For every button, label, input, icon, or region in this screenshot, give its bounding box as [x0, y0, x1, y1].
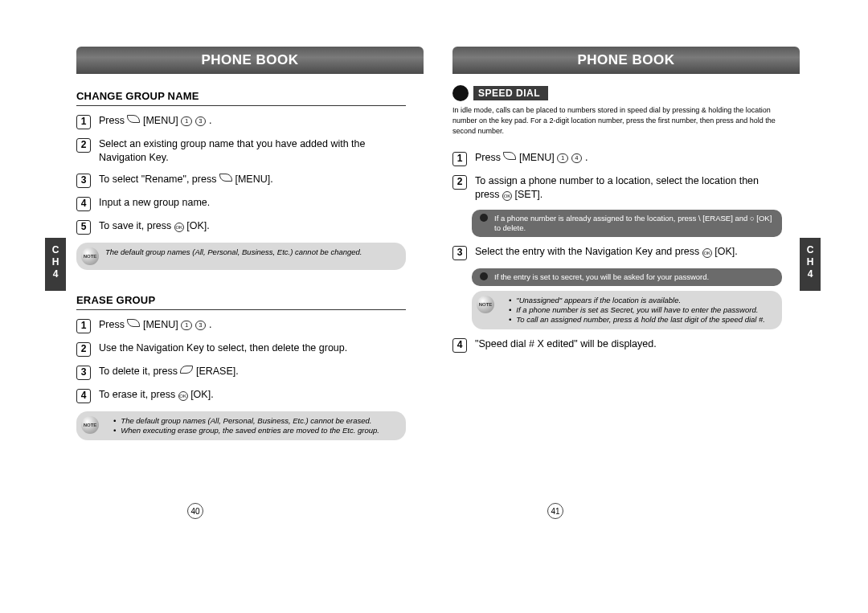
step-num: 2 [76, 138, 91, 153]
key-1-icon: 1 [557, 153, 568, 163]
t: [MENU] [143, 115, 181, 126]
sd-step-1: 1 Press [MENU] 1 4 . [452, 151, 782, 166]
note-text: "Unassigned" appears if the location is … [501, 296, 765, 325]
softkey-icon [127, 319, 140, 327]
step-num: 1 [452, 152, 467, 166]
chapter-h: H [45, 256, 66, 268]
page-header-right: PHONE BOOK [452, 47, 800, 74]
section-speed-dial: SPEED DIAL In idle mode, calls can be pl… [452, 85, 782, 361]
t: To save it, press [99, 220, 174, 231]
b3: To call an assigned number, press & hold… [509, 315, 765, 325]
note-change-group: NOTE The default group names (All, Perso… [76, 243, 406, 270]
step-2-4: 4 To erase it, press OK [OK]. [76, 388, 406, 403]
page-number-left: 40 [187, 503, 203, 519]
note-erase-group: NOTE The default group names (All, Perso… [76, 411, 406, 440]
b2: When executing erase group, the saved en… [113, 426, 379, 435]
step-num: 5 [76, 220, 91, 235]
step-num: 4 [452, 338, 467, 353]
key-4-icon: 4 [571, 153, 583, 163]
step-1-5: 5 To save it, press OK [OK]. [76, 219, 406, 235]
header-title-right: PHONE BOOK [452, 47, 800, 74]
dark-note-2: If the entry is set to secret, you will … [472, 268, 782, 286]
t: [MENU] [143, 319, 181, 330]
step-1-3: 3 To select "Rename", press [MENU]. [76, 173, 406, 188]
b1: "Unassigned" appears if the location is … [509, 296, 765, 305]
step-2-3: 3 To delete it, press [ERASE]. [76, 365, 406, 380]
t: To select "Rename", press [99, 174, 219, 185]
step-text: To save it, press OK [OK]. [99, 219, 210, 233]
b2: If a phone number is set as Secret, you … [509, 305, 765, 315]
speed-dial-pill: SPEED DIAL [473, 86, 548, 100]
t: [OK]. [190, 389, 213, 400]
chapter-tab-right: C H 4 [800, 238, 821, 291]
section-erase-group: ERASE GROUP 1 Press [MENU] 1 3 . 2 Use t… [76, 286, 406, 443]
step-2-2: 2 Use the Navigation Key to select, then… [76, 341, 406, 357]
dark-dot-icon [480, 272, 488, 280]
step-text: "Speed dial # X edited" will be displaye… [475, 337, 657, 351]
step-num: 1 [76, 115, 91, 129]
t: [MENU] [519, 152, 557, 163]
t: [MENU]. [235, 174, 272, 185]
step-num: 3 [452, 246, 467, 260]
chapter-c: C [45, 244, 66, 256]
step-text: Press [MENU] 1 3 . [99, 114, 211, 128]
t: [SET]. [515, 189, 543, 200]
ok-key-icon: OK [178, 391, 188, 401]
note-text: The default group names (All, Personal, … [105, 247, 362, 257]
section-title-change: CHANGE GROUP NAME [76, 82, 406, 106]
t: . [585, 152, 588, 163]
step-num: 3 [76, 174, 91, 188]
key-3-icon: 3 [195, 321, 207, 330]
t: Press [475, 152, 503, 163]
t: . [209, 319, 211, 330]
step-num: 4 [76, 389, 91, 403]
step-1-2: 2 Select an existing group name that you… [76, 137, 406, 165]
step-text: To assign a phone number to a location, … [475, 174, 782, 202]
softkey-icon [219, 174, 232, 182]
page-header-left: PHONE BOOK [76, 47, 424, 74]
softkey-right-icon [180, 366, 193, 374]
note-icon: NOTE [81, 247, 99, 265]
dark-text: If a phone number is already assigned to… [494, 214, 774, 233]
speed-dial-heading: SPEED DIAL [452, 85, 782, 101]
step-num: 1 [76, 319, 91, 333]
dark-dot-icon [480, 214, 488, 222]
t: [OK]. [714, 246, 737, 257]
step-text: Select an existing group name that you h… [99, 137, 406, 165]
chapter-h-r: H [800, 256, 821, 268]
key-1-icon: 1 [181, 116, 192, 126]
t: To erase it, press [99, 389, 178, 400]
step-1-4: 4 Input a new group name. [76, 196, 406, 211]
key-1-icon: 1 [181, 321, 192, 330]
t: [OK]. [186, 220, 209, 231]
softkey-icon [127, 115, 140, 123]
chapter-num: 4 [45, 268, 66, 280]
t: Select the entry with the Navigation Key… [475, 246, 702, 257]
sd-step-3: 3 Select the entry with the Navigation K… [452, 245, 782, 260]
ok-key-icon: OK [702, 248, 712, 258]
step-text: To erase it, press OK [OK]. [99, 388, 214, 402]
step-2-1: 1 Press [MENU] 1 3 . [76, 318, 406, 333]
note-speed-dial: NOTE "Unassigned" appears if the locatio… [472, 291, 782, 329]
step-text: Press [MENU] 1 4 . [475, 151, 588, 165]
step-text: Press [MENU] 1 3 . [99, 318, 211, 332]
ok-key-icon: OK [174, 223, 184, 232]
note-icon: NOTE [477, 296, 494, 313]
t: Press [99, 115, 127, 126]
note-icon: NOTE [81, 416, 99, 434]
speed-dial-intro: In idle mode, calls can be placed to num… [452, 101, 782, 143]
header-title-left: PHONE BOOK [76, 47, 424, 74]
step-text: Select the entry with the Navigation Key… [475, 245, 738, 259]
key-3-icon: 3 [195, 116, 207, 126]
step-text: Use the Navigation Key to select, then d… [99, 341, 347, 355]
step-num: 2 [452, 175, 467, 190]
step-num: 4 [76, 197, 91, 211]
sd-step-4: 4 "Speed dial # X edited" will be displa… [452, 337, 782, 353]
chapter-tab-left: C H 4 [45, 238, 66, 291]
t: Press [99, 319, 127, 330]
step-text: To select "Rename", press [MENU]. [99, 173, 273, 186]
t: To delete it, press [99, 366, 180, 377]
chapter-num-r: 4 [800, 268, 821, 280]
sd-step-2: 2 To assign a phone number to a location… [452, 174, 782, 202]
t: [ERASE]. [196, 366, 239, 377]
